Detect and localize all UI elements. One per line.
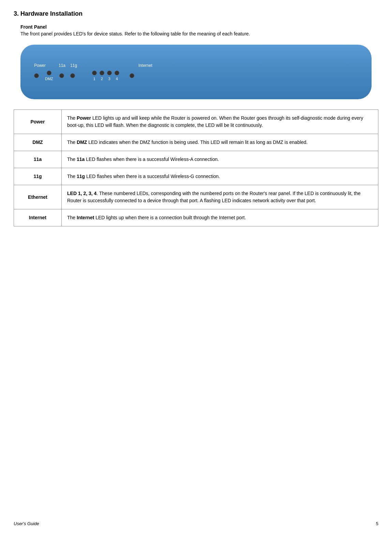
eth4-led — [115, 71, 119, 75]
table-label-cell: DMZ — [14, 134, 62, 151]
eth1-label: 1 — [93, 77, 95, 81]
page-footer: User's Guide 5 — [14, 521, 378, 526]
footer-left: User's Guide — [14, 521, 39, 526]
table-label-cell: Power — [14, 110, 62, 134]
table-desc-cell: The Power LED lights up and will keep wh… — [62, 110, 378, 134]
table-label-cell: 11a — [14, 151, 62, 168]
table-desc-cell: The 11g LED flashes when there is a succ… — [62, 168, 378, 185]
table-row: PowerThe Power LED lights up and will ke… — [14, 110, 378, 134]
table-row: DMZThe DMZ LED indicates when the DMZ fu… — [14, 134, 378, 151]
table-row: EthernetLED 1, 2, 3, 4. These numbered L… — [14, 185, 378, 209]
table-row: 11aThe 11a LED flashes when there is a s… — [14, 151, 378, 168]
power-led — [34, 73, 39, 78]
front-panel-description: The front panel provides LED's for devic… — [20, 31, 378, 36]
table-row: InternetThe Internet LED lights up when … — [14, 209, 378, 226]
table-label-cell: Internet — [14, 209, 62, 226]
table-label-cell: Ethernet — [14, 185, 62, 209]
panel-dmz-label: DMZ — [45, 77, 53, 81]
eth3-led — [107, 71, 112, 75]
table-desc-cell: The Internet LED lights up when there is… — [62, 209, 378, 226]
eth1-led — [92, 71, 97, 75]
table-desc-cell: LED 1, 2, 3, 4. These numbered LEDs, cor… — [62, 185, 378, 209]
internet-led — [130, 73, 134, 78]
table-desc-cell: The DMZ LED indicates when the DMZ funct… — [62, 134, 378, 151]
panel-11a-label: 11a — [59, 63, 65, 68]
table-row: 11gThe 11g LED flashes when there is a s… — [14, 168, 378, 185]
table-desc-cell: The 11a LED flashes when there is a succ… — [62, 151, 378, 168]
eth2-led — [100, 71, 104, 75]
11g-led — [70, 73, 75, 78]
11a-led — [59, 73, 64, 78]
eth4-label: 4 — [116, 77, 118, 81]
eth3-label: 3 — [108, 77, 110, 81]
panel-internet-label: Internet — [138, 63, 152, 68]
dmz-led — [47, 71, 51, 75]
led-features-table: PowerThe Power LED lights up and will ke… — [14, 109, 378, 226]
front-panel-diagram: Power 11a 11g Internet DMZ — [20, 45, 372, 99]
table-label-cell: 11g — [14, 168, 62, 185]
panel-power-label: Power — [34, 63, 46, 68]
eth2-label: 2 — [101, 77, 103, 81]
front-panel-subtitle: Front Panel — [20, 24, 378, 30]
page-title: 3. Hardware Installation — [14, 10, 378, 17]
panel-11g-label: 11g — [70, 63, 77, 68]
footer-page-number: 5 — [376, 521, 378, 526]
